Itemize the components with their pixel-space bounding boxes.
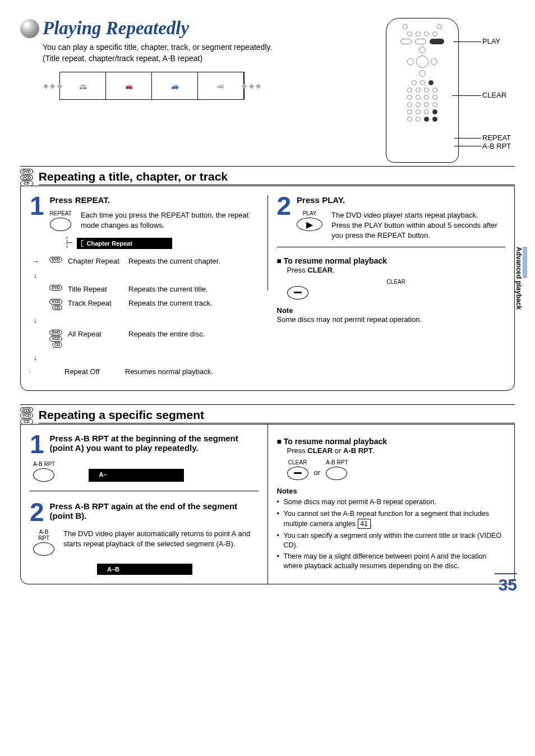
header: Playing Repeatedly You can play a specif…	[20, 18, 515, 163]
clear-btn-label: CLEAR	[287, 279, 506, 285]
remote-abrpt-btn	[432, 117, 437, 122]
title-orb-icon	[20, 19, 39, 38]
sec2-note-3: You can specify a segment only within th…	[277, 531, 506, 550]
section2-badges: DVD VCD CD	[20, 407, 33, 425]
sec2-clear-label: CLEAR	[287, 459, 308, 465]
remote-label-repeat: REPEAT	[482, 133, 511, 142]
step1-osd: Chapter Repeat	[77, 238, 172, 249]
step2-body1: The DVD video player starts repeat playb…	[331, 210, 505, 220]
sec2-step1-osd: A–	[89, 469, 184, 482]
abrpt-btn-label-1: A-B RPT	[33, 461, 55, 467]
note-label: Note	[277, 306, 506, 315]
sec2-notes-list: Some discs may not permit A-B repeat ope…	[277, 497, 506, 571]
step1-number: 1	[30, 195, 44, 249]
section2-title: Repeating a specific segment	[39, 408, 515, 423]
remote-label-play: PLAY	[482, 37, 500, 45]
abrpt-button-icon-1	[33, 468, 54, 482]
section2-body: 1 Press A-B RPT at the beginning of the …	[20, 424, 515, 584]
sec2-note-4: There may be a slight difference between…	[277, 552, 506, 571]
page-number: 35	[499, 575, 517, 594]
sec2-step2-osd: A–B	[97, 564, 192, 575]
play-button-icon: ▶	[297, 218, 322, 231]
section1-badges: DVD VCD CD	[20, 169, 33, 186]
sec2-step1-title: Press A-B RPT at the beginning of the se…	[50, 434, 259, 455]
car-cell-2: 🚗	[106, 72, 152, 99]
step2-body2: Press the PLAY button within about 5 sec…	[331, 220, 505, 241]
step2-title: Press PLAY.	[297, 195, 505, 205]
sec2-clear-button-icon	[287, 467, 308, 480]
intro-line-2: (Title repeat, chapter/track repeat, A-B…	[43, 53, 372, 64]
sec2-step1-number: 1	[30, 434, 44, 455]
remote-clear-btn	[428, 80, 433, 85]
remote-body	[386, 18, 459, 163]
sec2-resume-heading: To resume normal playback	[277, 437, 506, 446]
remote-diagram: PLAY CLEAR REPEAT A-B RPT	[386, 18, 515, 163]
step1-title: Press REPEAT.	[50, 195, 259, 205]
sec2-notes-label: Notes	[277, 487, 506, 495]
dots-left-icon: ◆ ◆ ◆	[43, 82, 62, 90]
sec2-step2-title: Press A-B RPT again at the end of the se…	[50, 501, 259, 523]
sec2-step2-number: 2	[30, 501, 44, 523]
sec2-abrpt-button-icon	[326, 467, 347, 480]
repeat-btn-label: REPEAT	[50, 210, 72, 216]
remote-repeat-btn	[432, 109, 437, 114]
sec2-step2-body: The DVD video player automatically retur…	[63, 529, 259, 556]
side-tab-label: Advanced playback	[515, 247, 523, 310]
section2-header: DVD VCD CD Repeating a specific segment	[20, 404, 515, 425]
resume-heading: To resume normal playback	[277, 256, 506, 265]
abrpt-button-icon-2	[33, 542, 54, 556]
repeat-modes-table: → DVD Chapter Repeat Repeats the current…	[30, 257, 259, 375]
sec2-note-1: Some discs may not permit A-B repeat ope…	[277, 497, 506, 507]
section1-body: 1 Press REPEAT. REPEAT Each time you pre…	[20, 186, 515, 390]
note-text: Some discs may not permit repeat operati…	[277, 315, 506, 325]
play-glyph-icon: ▶	[306, 219, 313, 230]
remote-play-btn	[430, 39, 444, 44]
step2-number: 2	[277, 195, 292, 241]
page-ref-41: 41	[358, 519, 371, 529]
repeat-button-icon	[50, 218, 71, 231]
repeat-illustration: ◆ ◆ ◆ 🚐 🚗 🚙 🏎 ◆ ◆ ◆	[59, 72, 245, 100]
page-title: Playing Repeatedly	[43, 18, 189, 39]
dots-right-icon: ◆ ◆ ◆	[242, 82, 261, 90]
abrpt-btn-label-2: A-B RPT	[33, 529, 54, 541]
clear-button-icon	[287, 286, 308, 299]
play-btn-label: PLAY	[297, 210, 322, 216]
sec2-note-2: You cannot set the A-B repeat function f…	[277, 509, 506, 529]
step1-body: Each time you press the REPEAT button, t…	[81, 210, 259, 231]
intro-line-1: You can play a specific title, chapter, …	[43, 42, 372, 53]
car-cell-4: 🏎	[198, 72, 244, 99]
page-number-rule	[495, 573, 517, 574]
sec2-abrpt-label: A-B RPT	[326, 459, 348, 465]
section1-header: DVD VCD CD Repeating a title, chapter, o…	[20, 166, 515, 186]
car-cell-3: 🚙	[152, 72, 198, 99]
side-tab-marker	[523, 247, 527, 278]
remote-label-clear: CLEAR	[482, 91, 506, 99]
remote-label-abrpt: A-B RPT	[482, 142, 511, 150]
section1-title: Repeating a title, chapter, or track	[39, 170, 515, 185]
side-tab: Advanced playback	[515, 247, 527, 310]
car-cell-1: 🚐	[60, 72, 106, 99]
